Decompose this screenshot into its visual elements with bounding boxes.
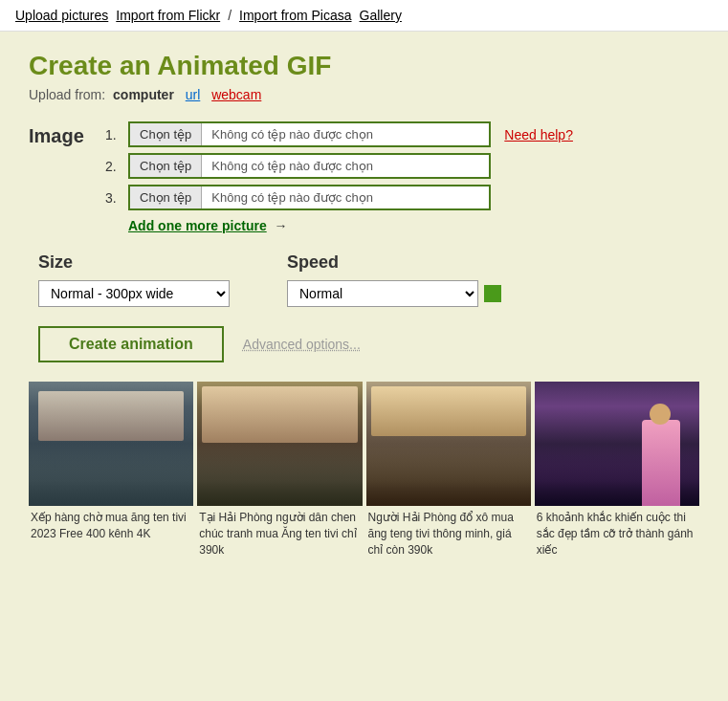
file-choose-btn-3[interactable]: Chọn tệp: [130, 186, 202, 208]
gallery-caption-1: Xếp hàng chờ mua ăng ten tivi 2023 Free …: [29, 506, 193, 546]
gallery-caption-4: 6 khoảnh khắc khiến cuộc thi sắc đẹp tầm…: [535, 506, 699, 561]
top-navigation: Upload pictures Import from Flickr / Imp…: [0, 0, 728, 32]
file-choose-btn-2[interactable]: Chọn tệp: [130, 155, 202, 177]
add-more-row: Add one more picture →: [105, 218, 699, 233]
file-inputs-container: 1. Chọn tệp Không có tệp nào được chọn N…: [105, 121, 699, 233]
file-name-display-2: Không có tệp nào được chọn: [202, 155, 489, 177]
file-input-wrapper-2: Chọn tệp Không có tệp nào được chọn: [128, 153, 491, 179]
image-section: Image 1. Chọn tệp Không có tệp nào được …: [29, 121, 699, 233]
image-label: Image: [29, 121, 86, 147]
page-title: Create an Animated GIF: [29, 51, 699, 81]
gallery-image-4[interactable]: [535, 382, 699, 506]
upload-from-section: Upload from: computer url webcam: [29, 87, 699, 102]
gallery-item-4: 6 khoảnh khắc khiến cuộc thi sắc đẹp tầm…: [535, 382, 699, 561]
gallery-caption-2: Tại Hải Phòng người dân chen chúc tranh …: [197, 506, 362, 561]
file-input-row-2: 2. Chọn tệp Không có tệp nào được chọn: [105, 153, 699, 179]
file-input-wrapper-3: Chọn tệp Không có tệp nào được chọn: [128, 185, 491, 210]
speed-control: Normal Slow Fast Very Fast: [287, 280, 501, 307]
upload-webcam-option[interactable]: webcam: [211, 87, 261, 102]
size-option-group: Size Normal - 300px wide Small - 200px w…: [38, 252, 230, 307]
gallery-image-2[interactable]: [197, 382, 362, 506]
upload-computer-option[interactable]: computer: [113, 87, 174, 102]
size-label: Size: [38, 252, 230, 273]
gallery-image-1[interactable]: [29, 382, 193, 506]
upload-url-option[interactable]: url: [186, 87, 201, 102]
create-animation-button[interactable]: Create animation: [38, 326, 224, 362]
speed-label: Speed: [287, 252, 501, 273]
green-indicator: [484, 285, 501, 302]
file-input-row-1: 1. Chọn tệp Không có tệp nào được chọn N…: [105, 121, 699, 147]
file-row-number-1: 1.: [105, 127, 124, 142]
size-control: Normal - 300px wide Small - 200px wide L…: [38, 280, 230, 307]
file-name-display-3: Không có tệp nào được chọn: [202, 186, 489, 208]
add-more-arrow: →: [275, 218, 288, 233]
options-section: Size Normal - 300px wide Small - 200px w…: [29, 252, 699, 307]
gallery-caption-3: Người Hải Phòng đổ xô mua ăng teng tivi …: [366, 506, 531, 561]
nav-upload-pictures[interactable]: Upload pictures: [15, 8, 108, 23]
file-name-display-1: Không có tệp nào được chọn: [202, 123, 489, 145]
gallery-item-3: Người Hải Phòng đổ xô mua ăng teng tivi …: [366, 382, 531, 561]
main-content: Create an Animated GIF Upload from: comp…: [0, 32, 728, 571]
nav-import-flickr[interactable]: Import from Flickr: [116, 8, 220, 23]
file-choose-btn-1[interactable]: Chọn tệp: [130, 123, 202, 145]
file-row-number-2: 2.: [105, 159, 124, 174]
advanced-options-link[interactable]: Advanced options...: [243, 337, 361, 352]
action-section: Create animation Advanced options...: [29, 326, 699, 362]
file-row-number-3: 3.: [105, 190, 124, 206]
nav-gallery[interactable]: Gallery: [360, 8, 402, 23]
speed-option-group: Speed Normal Slow Fast Very Fast: [287, 252, 501, 307]
need-help-link[interactable]: Need help?: [504, 127, 573, 142]
gallery-item-1: Xếp hàng chờ mua ăng ten tivi 2023 Free …: [29, 382, 193, 561]
upload-from-label: Upload from:: [29, 87, 105, 102]
gallery-section: Xếp hàng chờ mua ăng ten tivi 2023 Free …: [29, 382, 699, 561]
size-select[interactable]: Normal - 300px wide Small - 200px wide L…: [38, 280, 230, 307]
add-more-picture-link[interactable]: Add one more picture: [128, 218, 267, 233]
nav-import-picasa[interactable]: Import from Picasa: [239, 8, 351, 23]
gallery-image-3[interactable]: [366, 382, 531, 506]
speed-select[interactable]: Normal Slow Fast Very Fast: [287, 280, 478, 307]
file-input-wrapper-1: Chọn tệp Không có tệp nào được chọn: [128, 121, 491, 147]
gallery-item-2: Tại Hải Phòng người dân chen chúc tranh …: [197, 382, 362, 561]
nav-separator: /: [228, 8, 232, 23]
file-input-row-3: 3. Chọn tệp Không có tệp nào được chọn: [105, 185, 699, 210]
